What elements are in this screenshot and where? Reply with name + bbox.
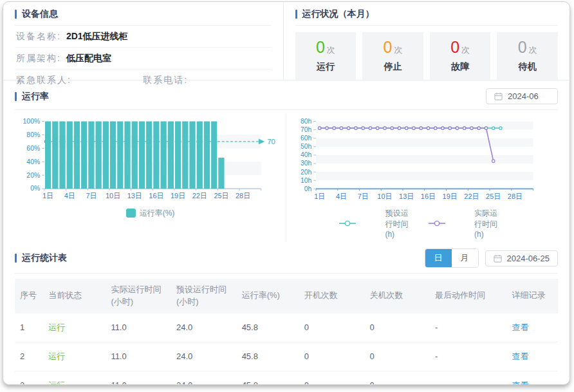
cell: 11.0	[106, 313, 171, 342]
status-running-text: 运行	[48, 322, 65, 332]
date-picker-value: 2024-06-25	[507, 254, 550, 263]
status-running-text: 运行	[48, 380, 65, 385]
top-section: 设备信息 设备名称:2D1低压进线柜所属架构:低压配电室紧急联系人:联系电话: …	[3, 2, 569, 80]
run-rate-bar-chart: 0%20%40%60%80%100%1日4日7日10日13日16日19日22日2…	[19, 115, 282, 207]
legend-label: 预设运行时间(h)	[385, 208, 416, 239]
svg-text:80%: 80%	[26, 131, 40, 138]
stats-table-header: 运行统计表 日月 2024-06-25	[15, 243, 558, 274]
cell-index: 3	[15, 371, 43, 385]
svg-text:19日: 19日	[171, 192, 185, 200]
cell: 11.0	[106, 371, 171, 385]
cell: 0	[364, 342, 430, 371]
device-field-row: 所属架构:低压配电室	[15, 48, 272, 70]
legend-swatch	[126, 209, 136, 218]
view-detail-link[interactable]: 查看	[512, 322, 528, 332]
legend-item[interactable]: 预设运行时间(h)	[339, 208, 416, 239]
toggle-day-button[interactable]: 日	[425, 249, 452, 267]
cell-index: 1	[15, 313, 43, 342]
device-field-label: 联系电话:	[143, 75, 188, 86]
cell: 24.0	[171, 371, 237, 385]
legend-item[interactable]: 运行率(%)	[126, 208, 175, 219]
svg-text:10日: 10日	[377, 192, 392, 200]
date-picker[interactable]: 2024-06-25	[485, 250, 559, 266]
column-header: 最后动作时间	[430, 279, 506, 313]
run-rate-title: 运行率	[15, 91, 49, 102]
legend-label: 实际运行时间(h)	[474, 208, 505, 239]
view-detail-link[interactable]: 查看	[512, 351, 528, 361]
device-info-panel: 设备信息 设备名称:2D1低压进线柜所属架构:低压配电室紧急联系人:联系电话:	[3, 2, 284, 80]
cell: -	[430, 371, 506, 385]
column-header: 实际运行时间(小时)	[106, 279, 171, 313]
svg-text:100%: 100%	[23, 118, 41, 125]
run-stats-table: 序号当前状态实际运行时间(小时)预设运行时间(小时)运行率(%)开机次数关机次数…	[15, 279, 558, 385]
svg-text:25日: 25日	[214, 192, 228, 200]
legend-label: 运行率(%)	[140, 208, 175, 219]
svg-text:7日: 7日	[358, 192, 369, 200]
stat-label: 停止	[362, 61, 423, 73]
status-panel-header: 运行状况（本月）	[295, 3, 558, 26]
column-header: 当前状态	[43, 279, 106, 313]
svg-text:60%: 60%	[26, 145, 40, 152]
view-detail-link[interactable]: 查看	[512, 380, 528, 385]
status-stat-card: 0次运行	[295, 32, 356, 80]
status-stat-card: 0次待机	[497, 32, 558, 80]
device-field-label: 紧急联系人:	[16, 75, 71, 86]
device-field-row: 设备名称:2D1低压进线柜	[15, 26, 272, 48]
svg-text:10日: 10日	[106, 192, 120, 200]
calendar-icon	[494, 92, 503, 100]
column-header: 关机次数	[364, 279, 430, 313]
legend-item[interactable]: 实际运行时间(h)	[429, 208, 505, 239]
svg-text:16日: 16日	[421, 192, 436, 200]
column-header: 运行率(%)	[237, 279, 299, 313]
svg-text:20%: 20%	[26, 172, 40, 179]
svg-text:13日: 13日	[399, 192, 414, 200]
cell: 查看	[506, 342, 558, 371]
svg-text:0h: 0h	[304, 185, 312, 192]
stat-unit: 次	[461, 45, 470, 55]
toggle-month-button[interactable]: 月	[452, 249, 478, 267]
device-contact-item: 联系电话:	[143, 75, 270, 86]
run-rate-section: 运行率 2024-06 0%20%40%60%80%100%1日4日7日10日1…	[3, 80, 569, 242]
month-picker[interactable]: 2024-06	[486, 88, 558, 104]
svg-text:30h: 30h	[301, 160, 312, 167]
stat-value-row: 0次	[497, 38, 558, 57]
table-row: 1运行11.024.045.800-查看	[15, 313, 558, 342]
run-hours-line-chart: 0h10h20h30h40h50h60h70h80h1日4日7日10日13日16…	[290, 115, 554, 207]
svg-text:70: 70	[267, 138, 275, 145]
table-header-row: 序号当前状态实际运行时间(小时)预设运行时间(小时)运行率(%)开机次数关机次数…	[15, 279, 558, 313]
svg-text:7日: 7日	[86, 192, 97, 200]
table-row: 2运行11.024.045.800-查看	[15, 342, 558, 371]
svg-text:60h: 60h	[301, 135, 312, 142]
device-contact-item: 紧急联系人:	[16, 75, 143, 86]
charts-row: 0%20%40%60%80%100%1日4日7日10日13日16日19日22日2…	[15, 110, 558, 242]
stats-table-controls: 日月 2024-06-25	[425, 248, 559, 268]
stat-value-row: 0次	[295, 38, 356, 57]
stat-label: 运行	[295, 61, 356, 73]
svg-text:1日: 1日	[314, 192, 325, 200]
svg-text:19日: 19日	[443, 192, 458, 200]
column-header: 详细记录	[506, 279, 558, 313]
svg-text:80h: 80h	[301, 118, 312, 125]
stat-label: 待机	[497, 61, 558, 73]
svg-text:22日: 22日	[464, 192, 479, 200]
cell: -	[430, 313, 506, 342]
device-field-value: 低压配电室	[66, 53, 111, 64]
stat-value-row: 0次	[362, 38, 423, 57]
svg-text:4日: 4日	[336, 192, 347, 200]
status-stat-card: 0次停止	[362, 32, 423, 80]
svg-text:16日: 16日	[149, 192, 163, 200]
svg-text:50h: 50h	[301, 143, 312, 150]
cell: 0	[299, 371, 365, 385]
cell: 运行	[43, 371, 106, 385]
svg-text:4日: 4日	[64, 192, 75, 200]
status-panel: 运行状况（本月） 0次运行0次停止0次故障0次待机	[284, 2, 569, 80]
column-header: 开机次数	[299, 279, 365, 313]
svg-text:70h: 70h	[301, 126, 312, 133]
cell: -	[430, 342, 506, 371]
svg-text:25日: 25日	[486, 192, 501, 200]
status-running-text: 运行	[48, 351, 65, 361]
cell: 24.0	[171, 342, 237, 371]
line-chart-legend: 预设运行时间(h)实际运行时间(h)	[290, 207, 554, 242]
cell: 查看	[506, 313, 558, 342]
cell: 0	[299, 313, 365, 342]
